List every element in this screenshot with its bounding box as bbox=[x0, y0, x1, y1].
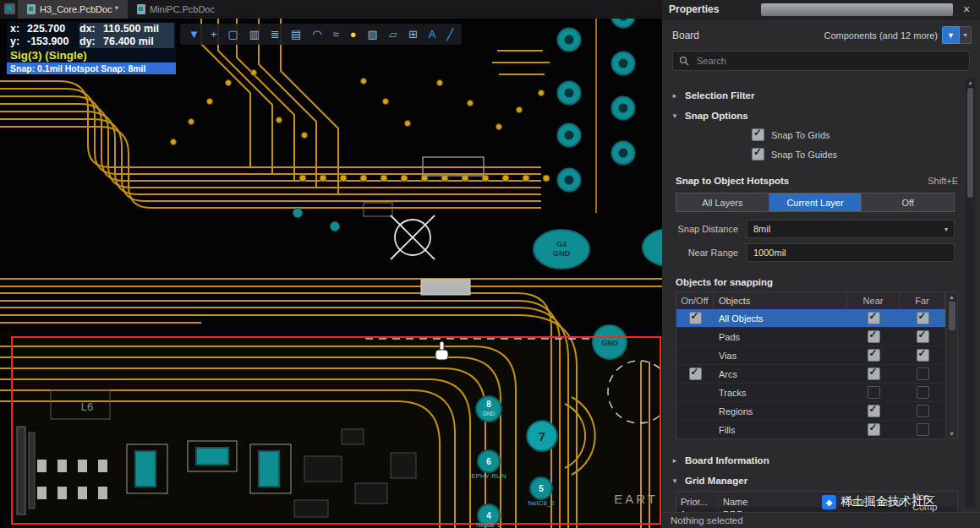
lightbulb-icon[interactable]: ● bbox=[350, 29, 357, 40]
arc-tool-icon[interactable]: ◠ bbox=[312, 29, 321, 40]
hud-x-label: x: bbox=[10, 23, 27, 35]
objects-table-scrollbar[interactable]: ▲ ▼ bbox=[946, 291, 958, 439]
hotspot-layer-buttons: All Layers Current Layer Off bbox=[676, 193, 955, 212]
snap-to-grids-row: Snap To Grids bbox=[662, 125, 980, 144]
table-row[interactable]: Fills bbox=[676, 421, 945, 438]
plane-icon[interactable]: ▱ bbox=[389, 29, 397, 40]
near-checkbox[interactable] bbox=[868, 405, 880, 417]
chevron-down-icon: ▾ bbox=[671, 476, 679, 485]
measure-icon[interactable]: ▤ bbox=[291, 29, 301, 40]
hud-y-value: -153.900 bbox=[27, 35, 79, 48]
eart-silk-label: EART bbox=[614, 492, 658, 506]
objects-table-wrap: On/Off Objects Near Far All Objects Pads bbox=[676, 291, 958, 439]
watermark-text: 稀土掘金技术社区 bbox=[840, 494, 935, 509]
table-row[interactable]: Tracks bbox=[676, 384, 945, 402]
pcb-canvas[interactable]: G4 GND GND 8 GND 7 6 EPHY RUN 5 NetC8_2 … bbox=[0, 0, 662, 528]
far-checkbox[interactable] bbox=[917, 405, 929, 417]
text-tool-icon[interactable]: A bbox=[429, 29, 436, 40]
gnd-pad-label: GND bbox=[601, 339, 619, 347]
chevron-down-icon[interactable]: ▾ bbox=[960, 26, 972, 44]
pad6-number: 6 bbox=[486, 457, 491, 466]
copper-pour-region bbox=[12, 337, 661, 528]
filter-icon[interactable]: ▼ bbox=[189, 29, 200, 40]
panel-title: Properties bbox=[669, 3, 719, 15]
near-range-input[interactable]: 1000mil bbox=[747, 243, 955, 262]
current-layer-button[interactable]: Current Layer bbox=[769, 193, 862, 211]
search-box[interactable] bbox=[672, 51, 970, 71]
shortcut-hint: Shift+E bbox=[928, 176, 958, 186]
scroll-down-icon[interactable]: ▼ bbox=[949, 431, 955, 437]
status-text: Nothing selected bbox=[662, 512, 980, 528]
hud-x-value: 225.700 bbox=[27, 23, 79, 35]
mask-icon[interactable]: ▧ bbox=[368, 29, 378, 40]
scroll-up-icon[interactable]: ▲ bbox=[949, 294, 955, 300]
search-input[interactable] bbox=[695, 55, 963, 67]
near-checkbox[interactable] bbox=[868, 367, 880, 380]
editor-toolbar: ▼ + ▢ ▥ ≣ ▤ ◠ ≈ ● ▧ ▱ ⊞ A ╱ bbox=[180, 24, 462, 45]
pcb-editor[interactable]: G4 GND GND 8 GND 7 6 EPHY RUN 5 NetC8_2 … bbox=[0, 0, 662, 528]
censored-region bbox=[761, 3, 953, 16]
l6-silk-label: L6 bbox=[81, 400, 93, 413]
line-tool-icon[interactable]: ╱ bbox=[446, 29, 453, 40]
table-row[interactable]: Vias bbox=[676, 346, 945, 365]
onoff-checkbox[interactable] bbox=[689, 312, 702, 324]
wave-icon[interactable]: ≈ bbox=[333, 29, 339, 40]
pad4-net-label: NetC8_2 bbox=[476, 521, 501, 528]
pad7-number: 7 bbox=[539, 429, 545, 444]
grid-icon[interactable]: ⊞ bbox=[408, 29, 418, 40]
table-row[interactable]: Arcs bbox=[676, 365, 945, 384]
scope-filter-icon[interactable]: ▼ bbox=[942, 26, 960, 44]
pcbdoc-icon bbox=[137, 4, 145, 14]
snap-distance-row: Snap Distance 8mil ▾ bbox=[676, 220, 955, 238]
selection-box-icon[interactable]: ▢ bbox=[227, 29, 238, 40]
all-layers-button[interactable]: All Layers bbox=[676, 193, 769, 211]
app-icon bbox=[4, 3, 15, 14]
off-button[interactable]: Off bbox=[862, 193, 954, 211]
pad4-number: 4 bbox=[486, 511, 491, 520]
histogram-icon[interactable]: ▥ bbox=[249, 29, 260, 40]
properties-panel: Properties × Board Components (and 12 mo… bbox=[662, 0, 980, 528]
near-checkbox[interactable] bbox=[868, 423, 880, 436]
section-selection-filter[interactable]: ▸ Selection Filter bbox=[662, 84, 980, 105]
section-snap-options[interactable]: ▾ Snap Options bbox=[662, 105, 980, 125]
near-checkbox[interactable] bbox=[868, 312, 880, 324]
far-checkbox[interactable] bbox=[917, 423, 929, 436]
altium-window: G4 GND GND 8 GND 7 6 EPHY RUN 5 NetC8_2 … bbox=[0, 0, 980, 528]
scroll-thumb[interactable] bbox=[949, 302, 955, 330]
pad5-net-label: NetC8_2 bbox=[528, 499, 555, 507]
far-checkbox[interactable] bbox=[917, 330, 929, 343]
table-row[interactable]: Pads bbox=[676, 328, 945, 346]
panel-scrollbar[interactable]: ▲ bbox=[966, 78, 975, 508]
table-row[interactable]: Regions bbox=[676, 402, 945, 421]
far-checkbox[interactable] bbox=[917, 349, 929, 362]
snap-distance-dropdown[interactable]: 8mil ▾ bbox=[747, 220, 955, 238]
near-checkbox[interactable] bbox=[868, 330, 880, 343]
table-row[interactable]: All Objects bbox=[676, 309, 945, 328]
tab-h3-core[interactable]: H3_Core.PcbDoc * bbox=[18, 0, 128, 19]
layer-stack-icon[interactable]: ≣ bbox=[271, 29, 280, 40]
snap-to-guides-checkbox[interactable] bbox=[752, 148, 764, 161]
scroll-thumb[interactable] bbox=[967, 88, 973, 198]
far-checkbox[interactable] bbox=[917, 386, 929, 399]
scroll-up-icon[interactable]: ▲ bbox=[967, 79, 973, 85]
far-checkbox[interactable] bbox=[917, 367, 929, 380]
far-checkbox[interactable] bbox=[917, 312, 929, 324]
near-checkbox[interactable] bbox=[868, 386, 880, 399]
snap-to-grids-checkbox[interactable] bbox=[752, 128, 764, 141]
board-label: Board bbox=[672, 30, 699, 41]
g4-pad-label-top: G4 bbox=[556, 240, 567, 248]
scope-dropdown[interactable]: Components (and 12 more) ▼ ▾ bbox=[824, 26, 972, 44]
onoff-checkbox[interactable] bbox=[689, 367, 702, 380]
near-checkbox[interactable] bbox=[868, 349, 880, 362]
section-grid-manager[interactable]: ▾ Grid Manager bbox=[662, 470, 980, 490]
snap-to-guides-row: Snap To Guides bbox=[662, 144, 980, 164]
chevron-right-icon: ▸ bbox=[671, 456, 679, 465]
close-icon[interactable]: × bbox=[960, 3, 973, 16]
tab-minipc[interactable]: MiniPC.PcbDoc bbox=[128, 0, 224, 19]
crosshair-icon[interactable]: + bbox=[211, 29, 217, 40]
panel-header: Properties × bbox=[662, 0, 980, 19]
chevron-down-icon: ▾ bbox=[944, 226, 948, 233]
section-board-information[interactable]: ▸ Board Information bbox=[662, 449, 980, 470]
pad5-number: 5 bbox=[539, 484, 544, 493]
hud-dy-value: 76.400 mil bbox=[103, 35, 174, 48]
